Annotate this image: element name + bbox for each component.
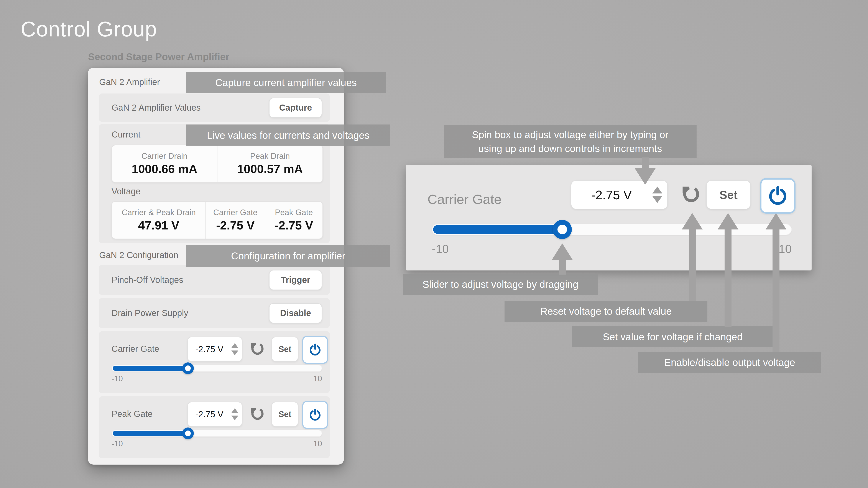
capture-row-label: GaN 2 Amplifier Values [112, 94, 201, 122]
annotation-spinbox: Spin box to adjust voltage either by typ… [444, 125, 696, 158]
power-icon [768, 186, 788, 206]
reset-arrow-shaft [689, 229, 696, 301]
peak-gate-spin-value[interactable]: -2.75 V [188, 410, 228, 419]
carrier-drain-value: 1000.66 mA [132, 162, 197, 176]
reset-icon[interactable] [250, 341, 266, 357]
annotation-text: Reset voltage to default value [540, 304, 672, 318]
peak-gate-set-button[interactable]: Set [272, 402, 298, 427]
spin-down-icon[interactable] [652, 196, 662, 203]
detail-spin-steppers [647, 187, 667, 203]
trigger-button[interactable]: Trigger [269, 270, 322, 290]
carrier-gate-spinbox[interactable]: -2.75 V [187, 337, 242, 362]
peak-gate-spin-steppers [228, 408, 242, 420]
carrier-peak-drain-label: Carrier & Peak Drain [122, 208, 196, 217]
slider-range-labels: -10 10 [112, 374, 322, 383]
drain-power-row: Drain Power Supply Disable [99, 298, 330, 328]
slider-fill [433, 225, 561, 234]
drain-power-label: Drain Power Supply [112, 298, 188, 328]
pinch-off-row: Pinch-Off Voltages Trigger [99, 265, 330, 295]
carrier-gate-voltage-label: Carrier Gate [213, 208, 257, 217]
detail-power-toggle[interactable] [760, 178, 796, 214]
carrier-gate-control-row: Carrier Gate -2.75 V Set -10 10 [99, 331, 330, 393]
spin-up-icon[interactable] [652, 187, 662, 193]
disable-button[interactable]: Disable [269, 303, 322, 323]
annotation-set: Set value for voltage if changed [572, 326, 774, 347]
reset-arrow-up-icon [682, 213, 703, 229]
slider-max-label: 10 [313, 374, 322, 383]
carrier-gate-slider[interactable] [112, 365, 322, 372]
peak-gate-power-toggle[interactable] [302, 401, 328, 429]
slider-min-label: -10 [112, 439, 123, 448]
annotation-text: using up and down controls in increments [478, 142, 662, 156]
page-title: Control Group [21, 17, 157, 41]
slider-thumb[interactable] [182, 427, 194, 439]
peak-gate-label: Peak Gate [112, 402, 153, 426]
spin-up-icon[interactable] [231, 343, 238, 348]
peak-gate-control-row: Peak Gate -2.75 V Set -10 10 [99, 396, 330, 458]
power-icon [309, 409, 321, 421]
slider-arrow-shaft [559, 259, 566, 274]
slider-max-label: 10 [779, 242, 792, 256]
carrier-drain-cell: Carrier Drain 1000.66 mA [112, 145, 217, 182]
voltage-values-box: Carrier & Peak Drain 47.91 V Carrier Gat… [112, 201, 323, 239]
annotation-reset: Reset voltage to default value [504, 301, 707, 322]
slider-min-label: -10 [112, 374, 123, 383]
slider-arrow-up-icon [552, 243, 573, 260]
annotation-capture: Capture current amplifier values [186, 72, 386, 93]
annotation-live-values: Live values for currents and voltages [186, 125, 390, 146]
peak-drain-value: 1000.57 mA [237, 162, 303, 176]
annotation-configuration: Configuration for amplifier [186, 245, 390, 267]
peak-gate-spinbox[interactable]: -2.75 V [187, 402, 242, 427]
carrier-peak-drain-value: 47.91 V [138, 219, 180, 232]
carrier-drain-label: Carrier Drain [142, 152, 187, 161]
annotation-text: Slider to adjust voltage by dragging [423, 278, 579, 291]
peak-gate-voltage-cell: Peak Gate -2.75 V [265, 202, 322, 238]
reset-icon[interactable] [250, 406, 266, 422]
detail-carrier-gate-label: Carrier Gate [428, 177, 501, 221]
annotation-text: Configuration for amplifier [231, 249, 345, 263]
power-arrow-up-icon [766, 213, 786, 229]
annotation-text: Live values for currents and voltages [207, 128, 369, 142]
set-arrow-up-icon [718, 213, 739, 229]
slider-fill [113, 431, 187, 436]
reset-icon[interactable] [681, 184, 702, 205]
peak-gate-voltage-label: Peak Gate [275, 208, 313, 217]
carrier-gate-detail-panel: Carrier Gate -2.75 V Set -10 10 [406, 165, 812, 270]
spin-up-icon[interactable] [231, 408, 238, 413]
power-arrow-shaft [773, 229, 779, 352]
carrier-gate-spin-steppers [228, 343, 242, 355]
carrier-gate-spin-value[interactable]: -2.75 V [188, 345, 228, 354]
carrier-gate-voltage-cell: Carrier Gate -2.75 V [206, 202, 265, 238]
carrier-gate-set-button[interactable]: Set [272, 337, 298, 362]
capture-button[interactable]: Capture [269, 98, 322, 118]
group-subtitle: Second Stage Power Amplifier [88, 51, 229, 62]
peak-gate-slider[interactable] [112, 430, 322, 437]
slider-thumb[interactable] [553, 220, 572, 239]
voltage-section-label: Voltage [112, 187, 141, 196]
slider-fill [113, 366, 187, 371]
current-section-label: Current [112, 130, 141, 139]
slider-max-label: 10 [313, 439, 322, 448]
detail-spin-value[interactable]: -2.75 V [571, 188, 647, 202]
spin-down-icon[interactable] [231, 416, 238, 420]
spinbox-arrow-down-icon [635, 168, 656, 185]
spin-down-icon[interactable] [231, 351, 238, 355]
slider-min-label: -10 [432, 242, 449, 256]
section-header-amplifier: GaN 2 Amplifier [99, 77, 160, 87]
annotation-text: Capture current amplifier values [215, 76, 357, 90]
detail-set-button[interactable]: Set [706, 180, 751, 209]
slider-thumb[interactable] [182, 362, 194, 374]
peak-drain-label: Peak Drain [250, 152, 290, 161]
carrier-gate-voltage-value: -2.75 V [216, 219, 254, 232]
control-group-screen: Control Group Second Stage Power Amplifi… [0, 0, 868, 488]
annotation-text: Spin box to adjust voltage either by typ… [472, 128, 669, 142]
detail-slider-range-labels: -10 10 [432, 242, 792, 256]
carrier-peak-drain-cell: Carrier & Peak Drain 47.91 V [112, 202, 206, 238]
peak-gate-voltage-value: -2.75 V [275, 219, 313, 232]
annotation-text: Enable/disable output voltage [664, 356, 795, 369]
carrier-gate-power-toggle[interactable] [302, 336, 328, 364]
power-icon [309, 344, 321, 356]
capture-row: GaN 2 Amplifier Values Capture [99, 94, 330, 122]
section-header-configuration: GaN 2 Configuration [99, 250, 178, 260]
slider-range-labels: -10 10 [112, 439, 322, 448]
